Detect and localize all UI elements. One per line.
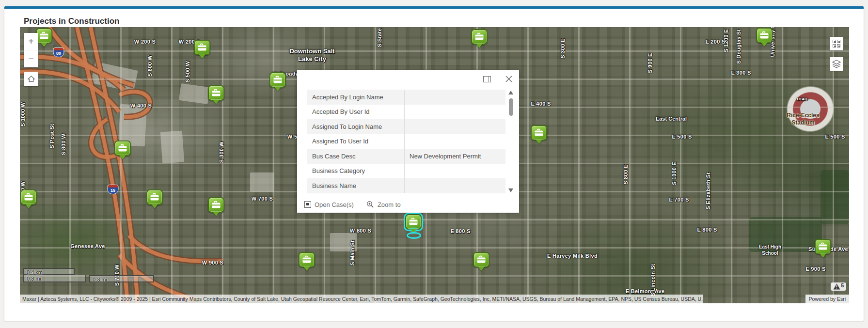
zoom-out-button[interactable]: − [24, 50, 38, 67]
marker-tail [119, 155, 126, 163]
attribute-row: Assigned To Login Name [307, 119, 505, 134]
briefcase-icon [20, 189, 37, 205]
plus-icon: + [28, 36, 34, 47]
marker-tail [213, 100, 220, 108]
street-label: E 500 S [672, 134, 692, 140]
interstate-shield-icon: 80 [53, 47, 64, 57]
street-label: E 800 S [697, 227, 717, 233]
attribution-bar: Maxar | Azteca Systems, LLC - Cityworks®… [20, 295, 849, 303]
scalebar-km-label: 0.4 km [23, 268, 75, 275]
briefcase-icon [815, 239, 831, 254]
scrollbar-thumb[interactable] [509, 98, 513, 116]
interstate-shield-icon: 15 [108, 185, 119, 194]
project-marker[interactable] [473, 252, 489, 273]
attribute-row: Accepted By Login Name [307, 90, 505, 105]
open-cases-button[interactable]: Open Case(s) [304, 201, 354, 208]
attribute-label: Assigned To User Id [307, 138, 404, 145]
street-label: S 800 W [61, 134, 66, 155]
street-label: E Harvey Milk Blvd [547, 253, 598, 259]
street-label: E 500 S [825, 134, 845, 140]
street-label: E 400 S [531, 101, 551, 107]
scalebar-single: 0.3 mi [89, 275, 154, 282]
dock-icon[interactable] [483, 76, 491, 82]
marker-tail [820, 253, 826, 261]
warning-count: 5 [841, 283, 844, 288]
attribute-value [404, 105, 505, 120]
card-accent-bar [4, 6, 864, 9]
home-icon [27, 75, 35, 83]
basemap-grid-icon [833, 40, 840, 47]
attribute-row: Accepted By User Id [307, 105, 505, 120]
briefcase-icon [756, 28, 773, 43]
attribute-value [404, 134, 505, 149]
street-label: S 900 E [647, 53, 653, 73]
marker-tail [476, 44, 483, 51]
street-label: W 200 S [134, 39, 156, 45]
project-marker[interactable] [269, 72, 286, 94]
street-label: E 900 S [805, 266, 825, 272]
layers-icon [832, 60, 841, 68]
project-marker-selected[interactable] [405, 214, 422, 235]
place-label: Downtown Salt Lake City [289, 47, 334, 63]
place-label: Rice-Eccles Stadium [787, 112, 819, 126]
layers-button[interactable] [830, 57, 843, 71]
marker-tail [410, 229, 417, 236]
project-marker[interactable] [114, 141, 131, 162]
attribute-label: Assigned To Login Name [307, 123, 404, 130]
street-label: S Main St [349, 240, 355, 266]
marker-tail [303, 266, 310, 274]
popup-scrollbar[interactable] [508, 91, 514, 192]
street-label: S 800 E [623, 164, 629, 184]
basemap-gallery-button[interactable] [830, 37, 843, 50]
project-marker[interactable] [208, 85, 224, 107]
map-canvas[interactable]: W 200 SW 200 SE 200 SW BroadwayE 300 SW … [20, 27, 849, 303]
scroll-up-icon[interactable] [508, 91, 513, 94]
zoom-in-button[interactable]: + [24, 33, 38, 50]
attribute-label: Bus Case Desc [307, 153, 404, 160]
briefcase-icon [208, 197, 224, 213]
project-marker[interactable] [194, 40, 210, 61]
project-marker[interactable] [20, 189, 37, 211]
briefcase-icon [208, 85, 224, 101]
scalebar-mi2-label: 0.3 mi [89, 275, 154, 282]
popup-footer: Open Case(s) Zoom to [304, 201, 401, 208]
marker-tail [213, 212, 220, 219]
attribute-row: Business Name [307, 178, 505, 193]
briefcase-icon [146, 189, 163, 205]
project-marker[interactable] [36, 28, 52, 49]
powered-by-esri: Powered by Esri [805, 295, 849, 303]
marker-tail [536, 140, 542, 147]
zoom-to-button[interactable]: Zoom to [366, 201, 401, 208]
attribution-sources: Maxar | Azteca Systems, LLC - Cityworks®… [20, 295, 703, 303]
map-warning-badge[interactable]: 5 [831, 282, 846, 291]
briefcase-icon [269, 72, 286, 88]
street-label: W 800 S [350, 228, 371, 234]
attribute-value: New Development Permit [404, 149, 505, 164]
project-marker[interactable] [471, 29, 488, 50]
street-label: S 300 W [219, 141, 224, 163]
street-label: W 900 S [202, 260, 223, 266]
street-label: E 200 S [705, 39, 725, 45]
marker-tail [199, 54, 205, 62]
project-marker[interactable] [531, 125, 547, 146]
scalebar-mi-label: 0.3 mi [23, 275, 86, 282]
page-title: Projects in Construction [24, 16, 119, 26]
close-icon[interactable] [505, 75, 513, 83]
scalebar-dual: 0.4 km 0.3 mi [23, 268, 86, 282]
project-marker[interactable] [146, 189, 163, 211]
street-label: E 300 S [731, 70, 751, 76]
street-label: S 1000 W [20, 102, 26, 127]
street-label: W 700 S [252, 196, 273, 202]
scroll-down-icon[interactable] [508, 188, 513, 192]
project-marker[interactable] [208, 197, 224, 219]
attribute-row: Business Category [307, 164, 505, 179]
street-label: S 300 E [560, 38, 566, 58]
briefcase-icon [471, 29, 488, 45]
street-label: S Lincoln St [650, 264, 656, 296]
project-marker[interactable] [815, 239, 831, 260]
project-marker[interactable] [299, 252, 315, 273]
magnifier-icon [366, 201, 374, 208]
project-marker[interactable] [756, 28, 773, 49]
home-button[interactable] [24, 72, 38, 86]
street-label: S Douglas St [736, 29, 742, 63]
